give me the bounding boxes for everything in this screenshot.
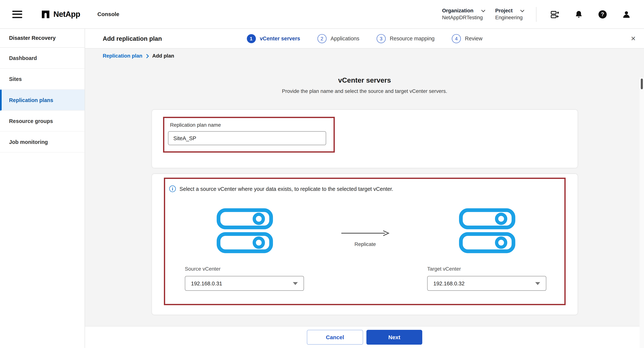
- source-vcenter-select[interactable]: 192.168.0.31: [185, 276, 304, 291]
- sidebar-item-label: Replication plans: [9, 97, 53, 103]
- cancel-button[interactable]: Cancel: [307, 330, 363, 345]
- breadcrumb-link-replication-plan[interactable]: Replication plan: [103, 53, 142, 59]
- sidebar-nav: Dashboard Sites Replication plans Resour…: [0, 48, 84, 152]
- main-panel: Add replication plan 1 vCenter servers 2…: [85, 29, 644, 348]
- dropdown-caret-icon: [535, 282, 540, 285]
- top-bar-right: Organization NetAppDRTesting Project Eng…: [442, 7, 633, 22]
- netapp-logo: NetApp: [41, 10, 80, 19]
- target-server-icon: [458, 208, 516, 254]
- sidebar-item-dashboard[interactable]: Dashboard: [0, 48, 84, 69]
- info-icon: i: [169, 186, 176, 192]
- dropdown-caret-icon: [293, 282, 298, 285]
- notifications-bell-icon[interactable]: [572, 7, 586, 21]
- sidebar-title: Disaster Recovery: [0, 29, 84, 48]
- sidebar-item-replication-plans[interactable]: Replication plans: [0, 90, 84, 111]
- top-bar: NetApp Console Organization NetAppDRTest…: [0, 0, 644, 29]
- step-vcenter-servers[interactable]: 1 vCenter servers: [246, 34, 300, 43]
- plan-name-input[interactable]: [168, 131, 326, 145]
- wizard-footer: Cancel Next: [85, 326, 644, 348]
- organization-label: Organization: [442, 8, 474, 14]
- scrollbar-thumb[interactable]: [641, 79, 643, 89]
- top-bar-divider: [536, 7, 536, 22]
- page-heading: vCenter servers Provide the plan name an…: [85, 76, 644, 94]
- replicate-arrow: Replicate: [340, 230, 390, 247]
- step-number: 3: [376, 34, 386, 43]
- chevron-right-icon: [146, 54, 149, 58]
- sidebar: Disaster Recovery Dashboard Sites Replic…: [0, 29, 85, 348]
- scrollbar[interactable]: [640, 77, 644, 348]
- sidebar-item-label: Resource groups: [9, 118, 53, 124]
- help-icon[interactable]: ?: [596, 7, 610, 21]
- replicate-label: Replicate: [340, 241, 390, 247]
- hamburger-menu-icon[interactable]: [12, 11, 22, 18]
- step-number: 2: [317, 34, 326, 43]
- wizard-steps: 1 vCenter servers 2 Applications 3 Resou…: [246, 29, 482, 48]
- wizard-content: Replication plan Add plan vCenter server…: [85, 49, 644, 326]
- page-title: vCenter servers: [85, 76, 644, 85]
- wizard-title: Add replication plan: [103, 35, 162, 42]
- arrow-right-icon: [340, 230, 390, 236]
- sidebar-item-label: Job monitoring: [9, 139, 48, 145]
- info-row: i Select a source vCenter where your dat…: [169, 186, 393, 192]
- step-label: Applications: [330, 35, 359, 42]
- step-applications[interactable]: 2 Applications: [317, 34, 359, 43]
- close-icon[interactable]: ✕: [631, 35, 636, 42]
- target-vcenter-value: 192.168.0.32: [434, 280, 464, 286]
- target-vcenter-label: Target vCenter: [427, 266, 461, 272]
- top-bar-left: NetApp Console: [9, 10, 119, 19]
- step-review[interactable]: 4 Review: [452, 34, 482, 43]
- source-vcenter-value: 192.168.0.31: [191, 280, 222, 286]
- plan-name-card: Replication plan name: [152, 110, 578, 168]
- page-subtitle: Provide the plan name and select the sou…: [85, 88, 644, 94]
- annotation-box-plan-name: Replication plan name: [163, 117, 335, 152]
- sidebar-item-job-monitoring[interactable]: Job monitoring: [0, 132, 84, 152]
- project-value: Engineering: [495, 15, 524, 21]
- account-icon[interactable]: [619, 7, 633, 21]
- brand-text: NetApp: [54, 10, 80, 19]
- step-label: vCenter servers: [260, 35, 300, 42]
- vcenter-card: i Select a source vCenter where your dat…: [152, 174, 578, 315]
- breadcrumb-current: Add plan: [152, 53, 174, 59]
- organization-picker[interactable]: Organization NetAppDRTesting: [442, 8, 485, 21]
- project-picker[interactable]: Project Engineering: [495, 8, 524, 21]
- chevron-down-icon: [481, 9, 485, 12]
- sidebar-item-label: Sites: [9, 76, 22, 82]
- app-root: NetApp Console Organization NetAppDRTest…: [0, 0, 644, 348]
- organization-value: NetAppDRTesting: [442, 15, 485, 21]
- step-label: Resource mapping: [390, 35, 434, 42]
- chevron-down-icon: [520, 9, 524, 12]
- wizard-header: Add replication plan 1 vCenter servers 2…: [85, 29, 644, 49]
- source-server-icon: [216, 208, 274, 254]
- sidebar-item-sites[interactable]: Sites: [0, 69, 84, 90]
- sidebar-item-label: Dashboard: [9, 55, 37, 61]
- sidebar-item-resource-groups[interactable]: Resource groups: [0, 111, 84, 132]
- next-button[interactable]: Next: [366, 330, 422, 345]
- source-vcenter-label: Source vCenter: [185, 266, 220, 272]
- console-label: Console: [98, 11, 119, 17]
- step-number: 4: [452, 34, 461, 43]
- switch-workspace-icon[interactable]: [548, 7, 562, 21]
- step-resource-mapping[interactable]: 3 Resource mapping: [376, 34, 434, 43]
- step-label: Review: [465, 35, 482, 42]
- breadcrumb: Replication plan Add plan: [103, 53, 174, 59]
- netapp-logo-mark: [41, 10, 50, 19]
- step-number: 1: [246, 34, 256, 43]
- target-vcenter-select[interactable]: 192.168.0.32: [427, 276, 546, 291]
- plan-name-label: Replication plan name: [170, 122, 221, 128]
- info-text: Select a source vCenter where your data …: [180, 186, 393, 192]
- annotation-box-vcenter: i Select a source vCenter where your dat…: [164, 178, 566, 305]
- project-label: Project: [495, 8, 512, 14]
